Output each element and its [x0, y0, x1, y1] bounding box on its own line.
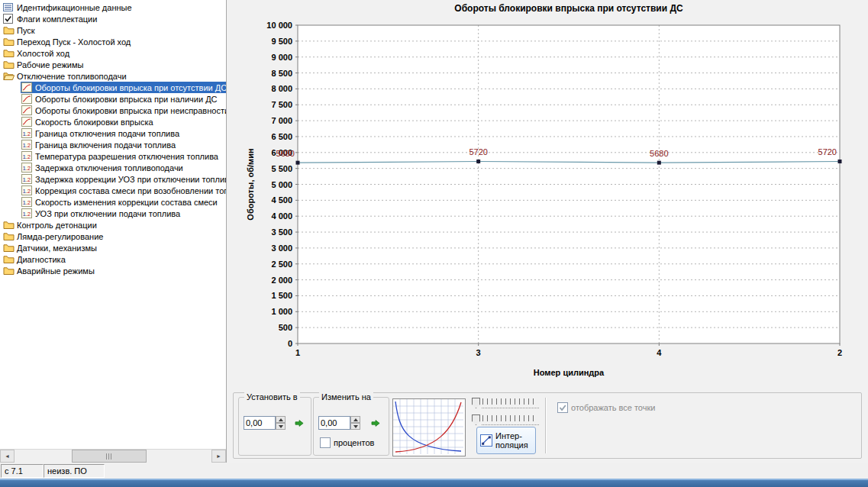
svg-text:.2: .2: [26, 131, 31, 137]
svg-text:8 000: 8 000: [271, 84, 292, 93]
tree-item[interactable]: Аварийные режимы: [0, 265, 226, 276]
interpolation-button[interactable]: Интер-поляция: [476, 427, 536, 454]
slider-thumb[interactable]: [472, 398, 480, 408]
spin-up-button[interactable]: [350, 416, 360, 423]
tree-horizontal-scrollbar[interactable]: ◄ ►: [0, 449, 226, 463]
tree-item[interactable]: Диагностика: [0, 253, 226, 265]
tree-item-label: Идентификационные данные: [17, 3, 132, 12]
scrollbar-track[interactable]: [15, 450, 211, 463]
svg-text:2: 2: [837, 348, 842, 357]
percent-checkbox[interactable]: [320, 437, 331, 448]
slider-thumb[interactable]: [472, 414, 480, 425]
status-software: неизв. ПО: [44, 464, 105, 478]
tree-item[interactable]: Переход Пуск - Холостой ход: [0, 36, 226, 47]
scrollbar-thumb[interactable]: [72, 450, 147, 463]
tree-item[interactable]: Контроль детонации: [0, 219, 226, 231]
curve-icon: [21, 105, 33, 115]
folder-icon: [3, 37, 15, 47]
apply-set-value-button[interactable]: [292, 417, 305, 430]
tree-item-label: Задержка коррекции УОЗ при отключении то…: [35, 175, 226, 184]
folder-icon: [3, 254, 15, 264]
tree-item-label: Датчики, механизмы: [17, 244, 97, 253]
value-icon: 1.2: [21, 163, 33, 173]
tree-item[interactable]: 1.2Граница отключения подачи топлива: [0, 127, 226, 139]
parameter-tree: Идентификационные данныеФлаги комплектац…: [0, 0, 226, 450]
svg-text:Обороты блокировки впрыска при: Обороты блокировки впрыска при отсутстви…: [454, 3, 683, 14]
interpolation-slider-bottom[interactable]: [470, 413, 540, 427]
percent-checkbox-label: процентов: [334, 438, 374, 447]
set-value-spinner: [276, 416, 286, 430]
tree-item[interactable]: Идентификационные данные: [0, 2, 226, 13]
tree-item[interactable]: Лямда-регулирование: [0, 231, 226, 242]
curve-icon: [21, 94, 33, 104]
tree-item[interactable]: Отключение топливоподачи: [0, 70, 226, 82]
folder-icon: [3, 25, 15, 35]
tree-item-label: Граница отключения подачи топлива: [35, 129, 179, 138]
tree-item-label: УОЗ при отключении подачи топлива: [35, 209, 180, 218]
spin-down-button[interactable]: [276, 423, 286, 430]
show-all-points-row: отображать все точки: [557, 402, 655, 413]
tree-item[interactable]: Обороты блокировки впрыска при отсутстви…: [0, 82, 226, 93]
tree-item[interactable]: Рабочие режимы: [0, 59, 226, 70]
green-arrow-icon: [370, 418, 381, 428]
edit-controls-panel: Установить в Изменить на: [233, 392, 862, 459]
svg-text:2 000: 2 000: [271, 276, 292, 285]
svg-text:5720: 5720: [469, 147, 487, 156]
svg-text:5680: 5680: [650, 149, 668, 158]
value-icon: 1.2: [21, 197, 33, 207]
tree-item[interactable]: Датчики, механизмы: [0, 242, 226, 253]
tree-item-label: Обороты блокировки впрыска при отсутстви…: [35, 83, 226, 92]
show-all-points-label: отображать все точки: [571, 403, 655, 412]
tree-item[interactable]: 1.2Температура разрешения отключения топ…: [0, 150, 226, 162]
tree-item[interactable]: Пуск: [0, 24, 226, 36]
apply-change-value-button[interactable]: [369, 417, 382, 430]
tree-item[interactable]: 1.2Граница включения подачи топлива: [0, 139, 226, 150]
svg-text:4: 4: [657, 348, 662, 357]
tree-item[interactable]: Холостой ход: [0, 47, 226, 59]
status-bar: с 7.1 неизв. ПО: [0, 463, 868, 479]
tree-item-label: Пуск: [17, 26, 35, 35]
tree-item[interactable]: 1.2Задержка коррекции УОЗ при отключении…: [0, 173, 226, 185]
change-value-spinner: [350, 416, 360, 430]
tree-item[interactable]: 1.2Задержка отключения топливоподачи: [0, 162, 226, 173]
tree-item[interactable]: Скорость блокировки впрыска: [0, 116, 226, 127]
svg-text:4 500: 4 500: [271, 195, 292, 205]
tree-item-label: Контроль детонации: [17, 221, 97, 230]
status-version: с 7.1: [1, 464, 44, 478]
spin-down-button[interactable]: [350, 423, 360, 430]
tree-item[interactable]: Флаги комплектации: [0, 13, 226, 24]
folder-icon: [3, 48, 15, 58]
tree-item-label: Рабочие режимы: [17, 60, 83, 69]
tree-item[interactable]: Обороты блокировки впрыска при неисправн…: [0, 105, 226, 116]
tree-item[interactable]: 1.2Коррекция состава смеси при возобновл…: [0, 185, 226, 196]
interpolation-preview: [392, 398, 466, 456]
chart-panel: 05001 0001 5002 0002 5003 0003 5004 0004…: [227, 0, 868, 463]
set-value-group: Установить в: [238, 397, 311, 456]
percent-checkbox-row[interactable]: процентов: [320, 437, 374, 448]
window-border-bottom: [0, 479, 868, 487]
tree-item[interactable]: 1.2Скорость изменения коррекции состава …: [0, 196, 226, 208]
tree-item[interactable]: 1.2УОЗ при отключении подачи топлива: [0, 208, 226, 219]
svg-text:1: 1: [295, 348, 300, 357]
tree-panel: Идентификационные данныеФлаги комплектац…: [0, 0, 227, 463]
scroll-left-button[interactable]: ◄: [0, 450, 15, 463]
change-value-input[interactable]: [318, 416, 350, 430]
tree-item-label: Холостой ход: [17, 49, 69, 58]
spin-up-button[interactable]: [276, 416, 286, 423]
svg-text:10 000: 10 000: [266, 21, 292, 30]
folder-icon: [3, 266, 15, 276]
set-value-input[interactable]: [244, 416, 276, 430]
interpolation-slider-top[interactable]: [470, 396, 540, 410]
scroll-right-button[interactable]: ►: [211, 450, 226, 463]
svg-text:0: 0: [288, 339, 292, 348]
svg-text:.2: .2: [26, 142, 31, 149]
folder-open-icon: [3, 71, 15, 81]
tree-item-label: Скорость изменения коррекции состава сме…: [35, 198, 218, 207]
tree-item[interactable]: Обороты блокировки впрыска при наличии Д…: [0, 93, 226, 105]
chart-svg[interactable]: 05001 0001 5002 0002 5003 0003 5004 0004…: [227, 0, 868, 389]
tree-item-label: Диагностика: [17, 255, 66, 264]
controls-separator: [545, 398, 547, 453]
curve-icon: [21, 117, 33, 127]
svg-text:5 000: 5 000: [271, 180, 292, 189]
change-value-group: Изменить на процентов: [313, 397, 389, 456]
